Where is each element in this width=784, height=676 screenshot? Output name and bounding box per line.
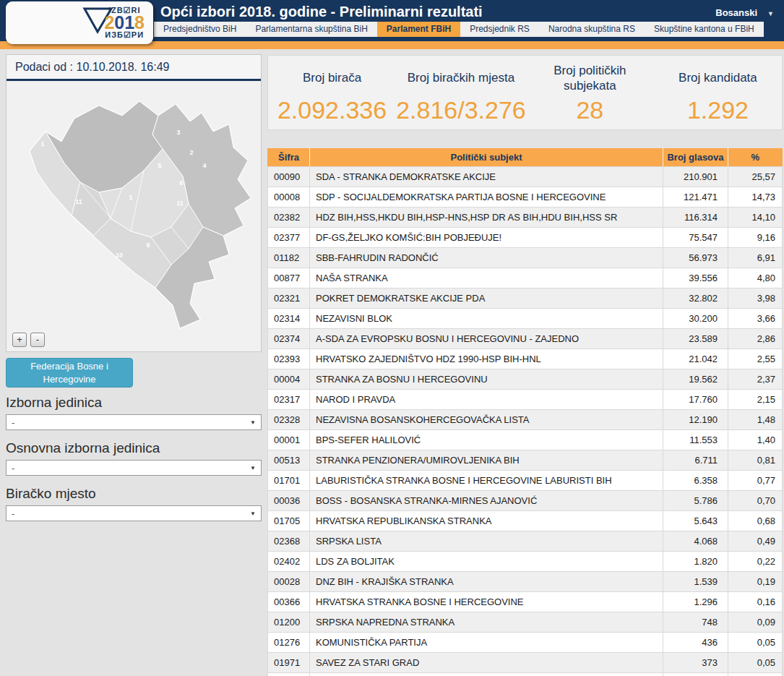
- party-name: SBB-FAHRUDIN RADONČIĆ: [310, 248, 663, 268]
- party-percent: 6,91: [728, 248, 783, 268]
- party-percent: 2,86: [728, 329, 783, 349]
- party-code: 02323: [268, 673, 310, 676]
- party-votes: 23.589: [663, 329, 728, 349]
- stat-label: Broj kandidata: [679, 61, 757, 95]
- stat-broj-kandidata: Broj kandidata 1.292: [654, 56, 782, 129]
- party-code: 01182: [268, 248, 310, 268]
- party-percent: 2,37: [728, 369, 783, 390]
- party-percent: 0,03: [728, 673, 783, 676]
- tab-parlamentarna-skup-tina-bih[interactable]: Parlamentarna skupština BiH: [246, 22, 376, 37]
- party-votes: 1.820: [663, 552, 728, 572]
- party-code: 01971: [268, 653, 310, 673]
- party-code: 00090: [268, 167, 310, 187]
- party-name: DF-GS,ŽELJKO KOMŠIĆ:BIH POBJEĐUJE!: [310, 228, 663, 248]
- party-code: 02402: [268, 552, 310, 572]
- party-percent: 2,55: [728, 349, 783, 369]
- party-percent: 4,80: [728, 268, 783, 288]
- table-row: 00877NAŠA STRANKA39.5564,80: [268, 268, 783, 288]
- party-name: SRPSKA NAPREDNA STRANKA: [310, 612, 663, 633]
- tab-narodna-skup-tina-rs[interactable]: Narodna skupština RS: [539, 22, 645, 37]
- party-percent: 14,10: [728, 207, 783, 228]
- party-percent: 0,81: [728, 450, 783, 471]
- federacija-bih-button[interactable]: Federacija Bosne i Hercegovine: [6, 358, 133, 388]
- column-header-broj-glasova[interactable]: Broj glasova: [663, 148, 728, 167]
- party-votes: 5.643: [663, 511, 728, 531]
- map-zoom-out-button[interactable]: -: [30, 333, 45, 347]
- party-percent: 9,16: [728, 228, 783, 248]
- map-zoom-in-button[interactable]: +: [12, 333, 27, 347]
- party-votes: 56.973: [663, 248, 728, 268]
- language-label: Bosanski: [715, 7, 757, 18]
- party-name: LABURISTIČKA STRANKA BOSNE I HERCEGOVINE…: [310, 471, 663, 491]
- party-votes: 30.200: [663, 309, 728, 329]
- party-percent: 0,77: [728, 471, 783, 491]
- party-name: LDS ZA BOLJITAK: [310, 552, 663, 572]
- table-row: 02402LDS ZA BOLJITAK1.8200,22: [268, 552, 783, 572]
- party-percent: 0,05: [728, 653, 783, 673]
- party-votes: 748: [663, 612, 728, 633]
- party-votes: 4.068: [663, 531, 728, 552]
- table-row: 02328NEZAVISNA BOSANSKOHERCEGOVAČKA LIST…: [268, 410, 783, 430]
- party-votes: 210.901: [663, 167, 728, 187]
- filter-label-izborna-jedinica: Izborna jedinica: [6, 395, 262, 411]
- party-name: SRPSKA LISTA: [310, 531, 663, 552]
- party-code: 02382: [268, 207, 310, 228]
- column-header-percent[interactable]: %: [728, 148, 783, 167]
- party-percent: 0,09: [728, 612, 783, 633]
- party-code: 02374: [268, 329, 310, 349]
- party-code: 00036: [268, 491, 310, 511]
- party-code: 01200: [268, 612, 310, 633]
- table-row: 01200SRPSKA NAPREDNA STRANKA7480,09: [268, 612, 783, 633]
- filters: Izborna jedinica - ▼ Osnovna izborna jed…: [6, 385, 262, 521]
- table-row: 02368SRPSKA LISTA4.0680,49: [268, 531, 783, 552]
- language-selector[interactable]: Bosanski▼: [715, 7, 774, 18]
- tab-predsjednik-rs[interactable]: Predsjednik RS: [460, 22, 539, 37]
- party-code: 02368: [268, 531, 310, 552]
- party-name: HRVATSKA REPUBLIKANSKA STRANKA: [310, 511, 663, 531]
- results-table-container: Šifra Politički subjekt Broj glasova % 0…: [267, 148, 783, 676]
- stat-label: Broj biračkih mjesta: [408, 61, 514, 95]
- bih-map[interactable]: 1 2 3 4 5 6 9 10 11 1 11 + -: [7, 82, 261, 351]
- column-header-sifra[interactable]: Šifra: [268, 148, 310, 167]
- party-code: 02314: [268, 309, 310, 329]
- party-code: 00001: [268, 430, 310, 450]
- map-region-number: 5: [158, 162, 161, 169]
- party-percent: 3,98: [728, 288, 783, 309]
- map-region-number: 6: [179, 179, 183, 187]
- map-panel: Podaci od : 10.10.2018. 16:49 1 2 3: [6, 54, 262, 352]
- party-percent: 14,73: [728, 187, 783, 207]
- party-votes: 75.547: [663, 228, 728, 248]
- map-region-number: 1: [40, 140, 44, 147]
- party-percent: 0,05: [728, 633, 783, 653]
- table-row: 02323DEMOKRATSKA STRANKA BOSNE I HERCEGO…: [268, 673, 783, 676]
- party-code: 00366: [268, 592, 310, 612]
- party-percent: 3,66: [728, 309, 783, 329]
- party-percent: 0,22: [728, 552, 783, 572]
- tab-parlament-fbih[interactable]: Parlament FBiH: [377, 22, 460, 37]
- party-name: STRANKA ZA BOSNU I HERCEGOVINU: [310, 369, 663, 390]
- table-row: 02377DF-GS,ŽELJKO KOMŠIĆ:BIH POBJEĐUJE!7…: [268, 228, 783, 248]
- party-votes: 39.556: [663, 268, 728, 288]
- filter-label-biracko-mjesto: Biračko mjesto: [6, 486, 262, 502]
- izborna-jedinica-value: -: [12, 417, 14, 428]
- table-row: 02382HDZ BIH,HSS,HKDU BIH,HSP-HNS,HSP DR…: [268, 207, 783, 228]
- party-percent: 2,15: [728, 390, 783, 410]
- party-name: NAROD I PRAVDA: [310, 390, 663, 410]
- column-header-politicki-subjekt[interactable]: Politički subjekt: [310, 148, 663, 167]
- table-row: 00036BOSS - BOSANSKA STRANKA-MIRNES AJAN…: [268, 491, 783, 511]
- party-percent: 1,48: [728, 410, 783, 430]
- tab-predsjedni-tvo-bih[interactable]: Predsjedništvo BiH: [154, 22, 246, 37]
- map-region-number: 11: [176, 200, 184, 207]
- party-percent: 0,16: [728, 592, 783, 612]
- table-row: 01971SAVEZ ZA STARI GRAD3730,05: [268, 653, 783, 673]
- tab-skup-tine-kantona-u-fbih[interactable]: Skupštine kantona u FBiH: [645, 22, 764, 37]
- izborna-jedinica-select[interactable]: - ▼: [6, 414, 262, 430]
- party-name: BOSS - BOSANSKA STRANKA-MIRNES AJANOVIĆ: [310, 491, 663, 511]
- logo-text-cyrillic: ИЗБ☑РИ: [104, 31, 145, 39]
- izbori-2018-logo[interactable]: IZB☑RI 2018 ИЗБ☑РИ: [6, 1, 153, 44]
- osnovna-izborna-jedinica-select[interactable]: - ▼: [6, 460, 262, 476]
- party-votes: 19.562: [663, 369, 728, 390]
- biracko-mjesto-select[interactable]: - ▼: [6, 505, 262, 521]
- party-code: 02328: [268, 410, 310, 430]
- party-name: NEZAVISNA BOSANSKOHERCEGOVAČKA LISTA: [310, 410, 663, 430]
